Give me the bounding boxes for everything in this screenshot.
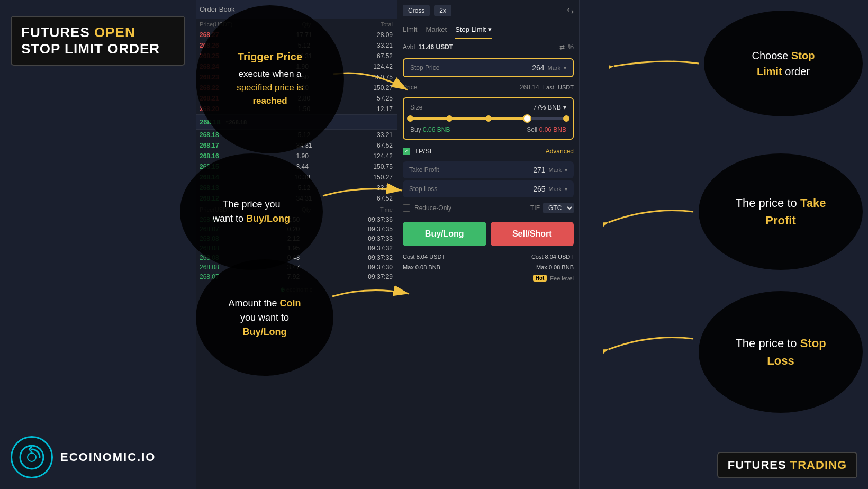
stop-price-field[interactable]: Stop Price 264 Mark ▾ <box>403 58 574 77</box>
size-coin-arrow: ▾ <box>563 104 566 111</box>
tab-limit[interactable]: Limit <box>403 25 417 39</box>
arrow-choose-sl <box>609 48 704 79</box>
buy-value: 0.06 BNB <box>423 126 450 133</box>
avbl-label: Avbl <box>403 43 415 51</box>
buy-price-bubble: The price youwant to Buy/Long <box>180 153 323 270</box>
title-accent: OPEN <box>94 24 135 40</box>
available-balance: Avbl 11.46 USDT ⇄ % <box>397 39 579 55</box>
slider-dot-25 <box>446 115 453 122</box>
logo-area: ECOINOMIC.IO <box>11 436 156 478</box>
tpsl-checkbox[interactable]: ✓ <box>403 148 410 155</box>
tpsl-row[interactable]: ✓ TP/SL Advanced <box>397 143 579 159</box>
percent-icon[interactable]: % <box>568 43 574 51</box>
arrow-stop-loss <box>603 328 699 360</box>
stop-limit-label: Stop Limit <box>455 25 486 33</box>
title-line1: FUTURES OPEN <box>21 24 175 41</box>
cost-right-value: 8.04 USDT <box>545 253 574 260</box>
stop-price-label: Stop Price <box>410 64 439 71</box>
take-profit-bubble: The price to TakeProfit <box>699 153 863 270</box>
cross-button[interactable]: Cross <box>403 5 430 16</box>
slider-fill <box>410 117 530 120</box>
trade-panel: Cross 2x ⇆ Limit Market Stop Limit ▾ Avb… <box>397 0 580 489</box>
trigger-price-bubble: Trigger Price execute when a specified p… <box>196 5 344 153</box>
buy-price-text: The price youwant to Buy/Long <box>213 197 290 226</box>
hot-badge: Hot <box>533 275 547 282</box>
take-profit-field[interactable]: Take Profit 271 Mark ▾ <box>403 161 574 178</box>
stop-loss-tag: Mark <box>549 186 562 192</box>
settings-icon[interactable]: ⇆ <box>567 5 574 15</box>
trigger-title: Trigger Price <box>237 51 303 63</box>
price-label: Price <box>403 84 417 91</box>
size-text: Amount the Coin you want to Buy/Long <box>228 296 301 339</box>
action-buttons: Buy/Long Sell/Short <box>397 216 579 251</box>
left-panel: FUTURES OPEN STOP LIMIT ORDER ECOINOMIC.… <box>0 0 196 489</box>
size-bubble: Amount the Coin you want to Buy/Long <box>196 259 333 376</box>
tif-label: TIF <box>530 204 540 212</box>
transfer-icon[interactable]: ⇄ <box>559 43 565 51</box>
slider-dot-75 <box>523 114 531 123</box>
max-right-value: 0.08 BNB <box>549 264 574 270</box>
size-label: Size <box>410 104 422 111</box>
reduce-only-label: Reduce-Only <box>414 204 451 212</box>
sell-label: Sell <box>527 126 537 133</box>
max-left-label: Max <box>403 264 414 270</box>
avbl-value: 11.46 USDT <box>418 43 453 51</box>
max-right-label: Max <box>536 264 547 270</box>
fee-level-label: Fee level <box>550 275 574 282</box>
cost-right-label: Cost <box>531 253 544 260</box>
stop-price-tag: Mark <box>548 65 560 71</box>
slider-dot-50 <box>485 115 492 122</box>
stop-loss-value: 265 <box>533 185 545 193</box>
stop-price-value: 264 <box>532 64 544 72</box>
take-profit-label: Take Profit <box>409 166 439 174</box>
tif-select[interactable]: GTCIOCFOK <box>543 203 574 213</box>
leverage-button[interactable]: 2x <box>434 5 451 16</box>
order-type-tabs: Limit Market Stop Limit ▾ <box>397 21 579 39</box>
cost-left-value: 8.04 USDT <box>417 253 445 260</box>
cost-row: Cost 8.04 USDT Cost 8.04 USDT <box>397 251 579 262</box>
trigger-body: execute when a specified price is reache… <box>237 67 303 108</box>
last-tag: Last <box>543 84 554 90</box>
tab-market[interactable]: Market <box>426 25 447 39</box>
buy-long-button[interactable]: Buy/Long <box>403 222 486 246</box>
tpsl-label: TP/SL <box>414 147 433 155</box>
stop-loss-field[interactable]: Stop Loss 265 Mark ▾ <box>403 180 574 197</box>
price-row: Price 268.14 Last USDT <box>397 80 579 94</box>
size-coin: BNB <box>548 104 561 111</box>
size-box: Size 77% BNB ▾ Buy 0.06 BNB Sell 0.06 BN… <box>403 97 574 140</box>
take-profit-value: 271 <box>533 166 545 174</box>
max-left-value: 0.08 BNB <box>415 264 440 270</box>
stop-limit-arrow: ▾ <box>488 25 492 33</box>
fee-row: Hot Fee level <box>397 273 579 284</box>
take-profit-tag: Mark <box>549 167 562 173</box>
arrow-take-profit <box>603 201 699 233</box>
slider-dot-0 <box>407 115 413 122</box>
title-line2: STOP LIMIT ORDER <box>21 41 175 57</box>
advanced-link[interactable]: Advanced <box>546 148 574 155</box>
logo-icon <box>11 436 53 478</box>
choose-stop-limit-bubble: Choose StopLimit order <box>704 11 863 116</box>
buy-label: Buy <box>410 126 421 133</box>
price-currency: USDT <box>558 84 574 90</box>
cost-left-label: Cost <box>403 253 415 260</box>
sell-short-button[interactable]: Sell/Short <box>491 222 574 246</box>
reduce-only-row: Reduce-Only TIF GTCIOCFOK <box>397 200 579 216</box>
stop-loss-label: Stop Loss <box>409 185 437 193</box>
reduce-only-checkbox[interactable] <box>403 204 410 212</box>
slider-dot-100 <box>563 115 569 122</box>
sell-value: 0.06 BNB <box>539 126 566 133</box>
tab-stop-limit[interactable]: Stop Limit ▾ <box>455 25 491 39</box>
logo-text: ECOINOMIC.IO <box>60 450 156 464</box>
futures-trading-label: FUTURES TRADING <box>717 452 857 478</box>
take-profit-text: The price to TakeProfit <box>736 194 826 229</box>
title-box: FUTURES OPEN STOP LIMIT ORDER <box>11 16 185 66</box>
stop-loss-bubble: The price to StopLoss <box>699 291 863 413</box>
size-percent: 77% <box>533 104 546 111</box>
ob-title: Order Book <box>200 5 234 13</box>
price-value: 268.14 <box>520 84 539 91</box>
stop-price-arrow: ▾ <box>564 65 566 71</box>
max-row: Max 0.08 BNB Max 0.08 BNB <box>397 262 579 273</box>
topbar: Cross 2x ⇆ <box>397 0 579 21</box>
size-slider[interactable] <box>410 117 566 120</box>
choose-sl-text: Choose StopLimit order <box>752 48 815 79</box>
